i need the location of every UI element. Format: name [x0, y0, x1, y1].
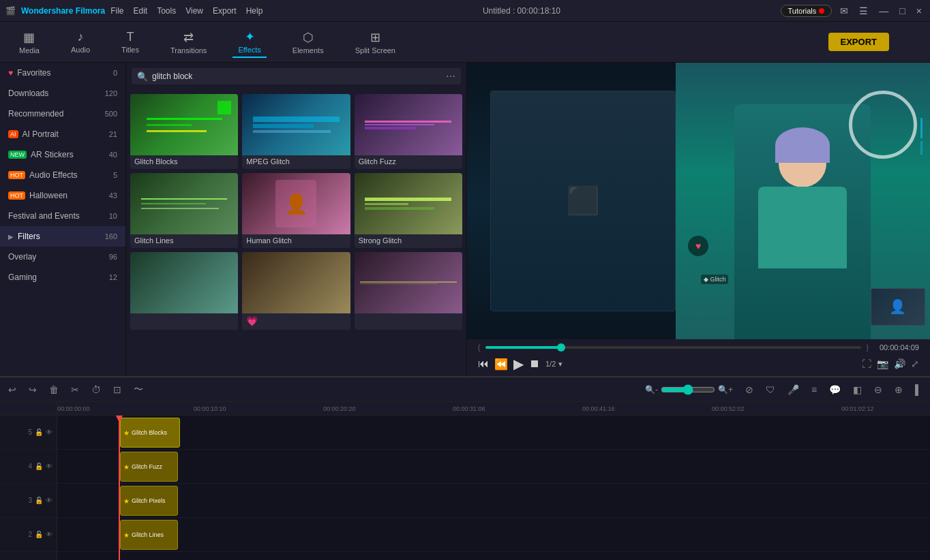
minus-button[interactable]: ⊖ [871, 383, 885, 396]
timeline-tracks: 00:00:00:00 00:00:10:10 00:00:20:20 00:0… [57, 402, 930, 560]
preview-background: ⬛ ♥ [467, 63, 930, 339]
eye-icon-5[interactable]: 👁 [46, 429, 52, 436]
effect-card-strong-glitch[interactable]: Strong Glitch [355, 173, 462, 248]
effect-card-glitch-fuzz[interactable]: Glitch Fuzz [355, 94, 462, 169]
effect-card-3b[interactable]: 💗 [242, 252, 350, 330]
effect-3b-thumb [242, 252, 350, 313]
maximize-button[interactable]: □ [897, 5, 907, 16]
clip-star-icon-3: ★ [123, 497, 130, 505]
plus-button[interactable]: ⊕ [892, 383, 905, 396]
toolbar-split-screen[interactable]: ⊞ Split Screen [350, 27, 401, 57]
media-icon: ▦ [23, 30, 35, 45]
sidebar-item-downloads[interactable]: Downloads 120 [0, 83, 125, 104]
skip-back-button[interactable]: ⏮ [478, 358, 489, 370]
eye-icon-3[interactable]: 👁 [46, 497, 52, 504]
effect-card-glitch-lines[interactable]: Glitch Lines [130, 173, 238, 248]
track-label-2: 2 🔓 👁 [0, 518, 57, 552]
step-back-button[interactable]: ⏪ [494, 358, 508, 371]
expand-icon[interactable]: ⤢ [911, 358, 919, 369]
sidebar-item-filters[interactable]: ▶ Filters 160 [0, 226, 125, 247]
toolbar-titles[interactable]: T Titles [116, 27, 145, 57]
sidebar-item-overlay[interactable]: Overlay 96 [0, 247, 125, 267]
delete-button[interactable]: 🗑 [46, 383, 61, 396]
time-bracket-right: } [867, 344, 869, 352]
clip-glitch-lines[interactable]: ★ Glitch Lines [120, 520, 178, 550]
lut-button[interactable]: ◧ [850, 383, 865, 396]
mic-button[interactable]: 🎤 [785, 383, 802, 396]
clip-glitch-fuzz[interactable]: ★ Glitch Fuzz [120, 452, 178, 482]
fullscreen-icon[interactable]: ⛶ [862, 358, 871, 369]
menu-export[interactable]: Export [213, 6, 237, 16]
undo-button[interactable]: ↩ [5, 383, 19, 396]
glitch-fuzz-label: Glitch Fuzz [355, 155, 462, 169]
zoom-out-icon[interactable]: 🔍- [645, 385, 658, 394]
close-button[interactable]: × [914, 5, 925, 16]
eye-icon-4[interactable]: 👁 [46, 463, 52, 470]
sidebar-toggle[interactable]: ▌ [912, 383, 925, 396]
clip-glitch-pixels[interactable]: ★ Glitch Pixels [120, 486, 178, 516]
lock-icon-3[interactable]: 🔓 [35, 497, 43, 504]
effect-card-mpeg-glitch[interactable]: MPEG Glitch [242, 94, 350, 169]
camera-icon[interactable]: 📷 [877, 358, 888, 369]
effect-card-glitch-blocks[interactable]: Glitch Blocks [130, 94, 238, 169]
ruler-time-0: 00:00:00:00 [57, 405, 90, 412]
noise-reduction-button[interactable]: ⊘ [742, 383, 756, 396]
lock-icon-5[interactable]: 🔓 [35, 429, 43, 436]
effect-card-3c[interactable] [355, 252, 462, 330]
sidebar-item-ar-stickers[interactable]: NEW AR Stickers 40 [0, 144, 125, 165]
zoom-in-icon[interactable]: 🔍+ [718, 385, 733, 394]
menu-file[interactable]: File [110, 6, 123, 16]
menu-help[interactable]: Help [246, 6, 263, 16]
cut-button[interactable]: ✂ [68, 383, 82, 396]
sidebar-item-festival[interactable]: Festival and Events 10 [0, 206, 125, 226]
toolbar-elements[interactable]: ⬡ Elements [287, 27, 329, 57]
toolbar-transitions[interactable]: ⇄ Transitions [165, 27, 212, 57]
volume-icon[interactable]: 🔊 [894, 358, 905, 369]
adjust-button[interactable]: ⊡ [110, 383, 124, 396]
menu-tools[interactable]: Tools [157, 6, 176, 16]
sidebar-item-halloween[interactable]: HOT Halloween 43 [0, 185, 125, 206]
clip-star-icon-2: ★ [123, 463, 130, 471]
toolbar-audio[interactable]: ♪ Audio [65, 27, 95, 57]
sidebar-item-recommended[interactable]: Recommended 500 [0, 104, 125, 124]
lock-icon-2[interactable]: 🔓 [35, 531, 43, 538]
play-button[interactable]: ▶ [513, 356, 524, 372]
overlay-label: Overlay [8, 252, 36, 262]
caption-button[interactable]: ≡ [809, 383, 820, 396]
audio-wave-button[interactable]: 〜 [131, 382, 146, 397]
sidebar: ♥ Favorites 0 Downloads 120 Recommended … [0, 63, 126, 376]
timer-button[interactable]: ⏱ [89, 383, 104, 396]
search-input[interactable] [152, 72, 442, 81]
effect-card-3a[interactable] [130, 252, 238, 330]
page-dropdown-icon[interactable]: ▾ [558, 360, 562, 369]
search-options-icon[interactable]: ⋯ [446, 71, 455, 82]
lock-icon-4[interactable]: 🔓 [35, 463, 43, 470]
menu-edit[interactable]: Edit [133, 6, 147, 16]
menu-view[interactable]: View [185, 6, 203, 16]
ruler-time-4: 00:00:41:16 [582, 405, 615, 412]
playhead[interactable] [119, 416, 120, 560]
progress-bar[interactable] [485, 346, 860, 349]
tutorials-button[interactable]: Tutorials [781, 5, 832, 17]
clip-glitch-blocks[interactable]: ★ Glitch Blocks [120, 418, 180, 448]
sidebar-item-audio-effects[interactable]: HOT Audio Effects 5 [0, 165, 125, 185]
sidebar-item-gaming[interactable]: Gaming 12 [0, 267, 125, 287]
timeline: ↩ ↪ 🗑 ✂ ⏱ ⊡ 〜 🔍- 🔍+ ⊘ 🛡 🎤 ≡ 💬 ◧ ⊖ ⊕ ▌ 5 … [0, 376, 930, 560]
window-title: Untitled : 00:00:18:10 [483, 6, 560, 16]
zoom-slider[interactable] [661, 384, 715, 395]
track-label-5: 5 🔓 👁 [0, 416, 57, 450]
sidebar-item-favorites[interactable]: ♥ Favorites 0 [0, 63, 125, 83]
subtitle-button[interactable]: 💬 [826, 383, 843, 396]
sidebar-item-ai-portrait[interactable]: AI AI Portrait 21 [0, 124, 125, 144]
eye-icon-2[interactable]: 👁 [46, 531, 52, 538]
message-icon[interactable]: ✉ [837, 5, 851, 16]
toolbar-effects[interactable]: ✦ Effects [232, 27, 266, 58]
export-button[interactable]: EXPORT [828, 33, 889, 51]
stop-button[interactable]: ⏹ [529, 358, 540, 370]
minimize-button[interactable]: — [876, 5, 891, 16]
shield-button[interactable]: 🛡 [763, 383, 778, 396]
toolbar-media[interactable]: ▦ Media [14, 27, 45, 57]
list-icon[interactable]: ☰ [856, 5, 871, 16]
redo-button[interactable]: ↪ [26, 383, 40, 396]
effect-card-human-glitch[interactable]: 👤 Human Glitch [242, 173, 350, 248]
